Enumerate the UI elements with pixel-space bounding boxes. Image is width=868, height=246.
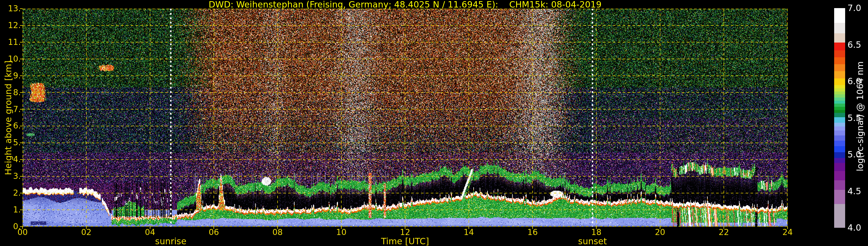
colorbar-block: [834, 97, 845, 101]
x-tick-label: 10: [330, 227, 353, 237]
colorbar-block: [834, 64, 845, 71]
x-tick-label: 02: [75, 227, 98, 237]
colorbar-block: [834, 33, 845, 42]
colorbar-block: [834, 163, 845, 171]
colorbar-block: [834, 50, 845, 57]
x-tick-label: 16: [521, 227, 544, 237]
colorbar-tick-label: 6.5: [847, 40, 868, 50]
x-axis-label: Time [UTC]: [370, 236, 440, 246]
ceilometer-quicklook: DWD: Weihenstephan (Freising, Germany; 4…: [0, 0, 868, 246]
y-tick-label: 6.: [0, 121, 22, 131]
x-tick-label: 22: [712, 227, 736, 237]
colorbar-tick-label: 4.5: [847, 186, 868, 196]
x-tick-label: 20: [648, 227, 672, 237]
y-tick-label: 2.: [0, 188, 22, 198]
colorbar-tick-label: 7.0: [847, 3, 868, 13]
y-tick-label: 1.: [0, 205, 22, 215]
colorbar-block: [834, 8, 845, 23]
colorbar-tick-label: 5.0: [847, 150, 868, 159]
colorbar-block: [834, 146, 845, 152]
sunset-label: sunset: [558, 236, 627, 246]
colorbar-block: [834, 204, 845, 228]
colorbar-block: [834, 110, 845, 113]
colorbar-block: [834, 190, 845, 204]
colorbar-block: [834, 130, 845, 136]
colorbar-block: [834, 141, 845, 146]
colorbar-block: [834, 107, 845, 110]
colorbar-block: [834, 103, 845, 107]
y-tick-label: 13.: [0, 4, 22, 13]
colorbar-block: [834, 158, 845, 163]
y-tick-label: 5.: [0, 138, 22, 148]
colorbar: [834, 8, 845, 228]
x-tick-label: 24: [776, 227, 799, 237]
colorbar-block: [834, 152, 845, 158]
colorbar-tick-label: 4.0: [847, 223, 868, 233]
x-tick-label: 08: [266, 227, 289, 237]
x-tick-label: 06: [202, 227, 225, 237]
x-tick-label: 18: [585, 227, 608, 237]
colorbar-tick-label: 5.5: [847, 113, 868, 123]
y-tick-label: 11.: [0, 37, 22, 47]
y-tick-label: 3.: [0, 171, 22, 181]
colorbar-block: [834, 94, 845, 97]
colorbar-block: [834, 126, 845, 130]
colorbar-block: [834, 71, 845, 79]
x-tick-label: 00: [11, 227, 34, 237]
y-tick-label: 8.: [0, 88, 22, 97]
x-tick-label: 14: [457, 227, 480, 237]
colorbar-tick-label: 6.0: [847, 76, 868, 86]
colorbar-block: [834, 171, 845, 180]
colorbar-block: [834, 79, 845, 85]
colorbar-block: [834, 180, 845, 190]
colorbar-block: [834, 23, 845, 34]
y-tick-label: 4.: [0, 155, 22, 164]
sunrise-label: sunrise: [136, 236, 206, 246]
lidar-heatmap-canvas: [0, 0, 868, 246]
x-tick-label: 04: [138, 227, 162, 237]
colorbar-block: [834, 91, 845, 95]
y-tick-label: 12.: [0, 21, 22, 30]
y-tick-label: 9.: [0, 71, 22, 81]
colorbar-block: [834, 57, 845, 64]
colorbar-block: [834, 42, 845, 50]
y-tick-label: 7.: [0, 104, 22, 114]
x-tick-label: 12: [394, 227, 416, 237]
colorbar-block: [834, 117, 845, 123]
colorbar-block: [834, 85, 845, 88]
y-tick-label: 10.: [0, 54, 22, 64]
colorbar-block: [834, 123, 845, 126]
colorbar-block: [834, 113, 845, 117]
colorbar-block: [834, 135, 845, 141]
page-title: DWD: Weihenstephan (Freising, Germany; 4…: [23, 0, 787, 9]
colorbar-block: [834, 101, 845, 104]
colorbar-block: [834, 88, 845, 91]
